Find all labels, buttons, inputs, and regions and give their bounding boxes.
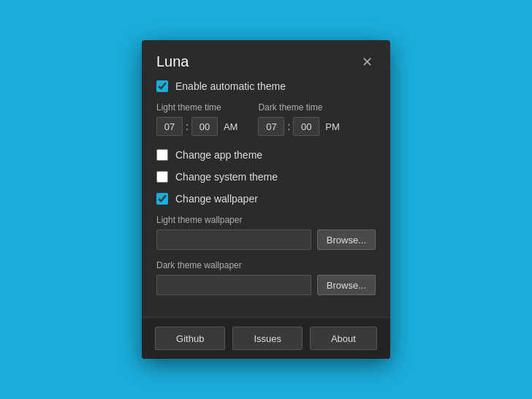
change-app-theme-label[interactable]: Change app theme: [175, 149, 262, 161]
issues-button[interactable]: Issues: [232, 327, 303, 350]
dark-theme-time-group: Dark theme time : PM: [258, 102, 339, 136]
change-system-theme-row: Change system theme: [156, 171, 376, 183]
footer: Github Issues About: [142, 317, 390, 359]
time-section: Light theme time : AM Dark theme time : …: [156, 102, 376, 136]
enable-auto-theme-label[interactable]: Enable automatic theme: [175, 80, 286, 92]
github-button[interactable]: Github: [155, 327, 225, 350]
dark-wallpaper-section: Dark theme wallpaper Browse...: [156, 260, 376, 295]
dark-hour-input[interactable]: [258, 117, 284, 136]
dark-ampm: PM: [325, 121, 340, 132]
change-app-theme-row: Change app theme: [156, 149, 376, 161]
dark-time-inputs: : PM: [258, 117, 339, 136]
dark-colon: :: [287, 121, 290, 132]
light-ampm: AM: [224, 121, 238, 132]
light-time-inputs: : AM: [156, 117, 238, 136]
light-wallpaper-row: Browse...: [156, 229, 376, 250]
change-wallpaper-checkbox[interactable]: [156, 193, 168, 205]
change-wallpaper-label[interactable]: Change wallpaper: [175, 193, 258, 205]
light-wallpaper-input[interactable]: [156, 229, 311, 250]
change-wallpaper-row: Change wallpaper: [156, 193, 376, 205]
light-wallpaper-label: Light theme wallpaper: [156, 215, 376, 225]
light-wallpaper-section: Light theme wallpaper Browse...: [156, 215, 376, 250]
light-hour-input[interactable]: [156, 117, 183, 136]
light-theme-time-group: Light theme time : AM: [156, 102, 238, 136]
dark-wallpaper-label: Dark theme wallpaper: [156, 260, 376, 270]
dark-wallpaper-input[interactable]: [156, 275, 311, 295]
dark-browse-button[interactable]: Browse...: [317, 275, 376, 295]
title-bar: Luna ✕: [142, 40, 390, 77]
luna-dialog: Luna ✕ Enable automatic theme Light them…: [142, 40, 390, 359]
dark-wallpaper-row: Browse...: [156, 275, 376, 295]
content-area: Enable automatic theme Light theme time …: [142, 77, 390, 317]
enable-auto-theme-checkbox[interactable]: [156, 80, 168, 92]
change-system-theme-checkbox[interactable]: [156, 171, 168, 183]
about-button[interactable]: About: [310, 327, 377, 350]
change-system-theme-label[interactable]: Change system theme: [175, 171, 278, 183]
light-browse-button[interactable]: Browse...: [317, 229, 376, 250]
enable-auto-theme-row: Enable automatic theme: [156, 80, 376, 92]
light-colon: :: [186, 121, 189, 132]
dialog-title: Luna: [156, 53, 189, 70]
dark-minute-input[interactable]: [293, 117, 319, 136]
close-button[interactable]: ✕: [359, 54, 376, 70]
light-theme-time-label: Light theme time: [156, 102, 238, 113]
light-minute-input[interactable]: [191, 117, 218, 136]
change-app-theme-checkbox[interactable]: [156, 149, 168, 161]
dark-theme-time-label: Dark theme time: [258, 102, 339, 113]
